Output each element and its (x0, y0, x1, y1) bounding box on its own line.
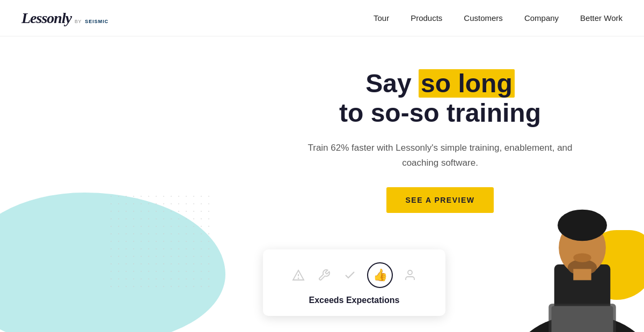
person-figure (526, 171, 644, 332)
logo-by: by (75, 19, 82, 24)
svg-rect-12 (552, 306, 613, 332)
logo-brand: Lessonly (21, 10, 71, 27)
nav-tour[interactable]: Tour (374, 13, 389, 23)
nav-customers[interactable]: Customers (464, 13, 503, 23)
rating-icon-warning (290, 267, 307, 284)
rating-icon-person (401, 267, 419, 284)
rating-card: 👍 Exceeds Expectations (263, 249, 445, 316)
logo-partner: SEISMIC (85, 19, 108, 24)
headline-prefix: Say (365, 69, 419, 98)
rating-icon-wrench (316, 267, 333, 284)
main-content: Say so long to so-so training Train 62% … (0, 36, 644, 332)
svg-point-7 (558, 210, 607, 241)
rating-icon-thumbsup-active: 👍 (367, 262, 393, 288)
rating-icons-row: 👍 (274, 262, 435, 288)
svg-point-3 (408, 270, 412, 275)
main-nav: Tour Products Customers Company Better W… (374, 13, 623, 23)
nav-company[interactable]: Company (524, 13, 559, 23)
nav-products[interactable]: Products (411, 13, 442, 23)
svg-point-2 (298, 278, 299, 279)
logo: Lessonly by SEISMIC (21, 10, 108, 27)
headline-suffix: to so-so training (339, 99, 541, 127)
dot-pattern-decoration (107, 193, 215, 289)
hero-headline: Say so long to so-so training (301, 69, 580, 128)
hero-subtext: Train 62% faster with Lessonly's simple … (301, 141, 580, 169)
rating-label: Exceeds Expectations (274, 296, 435, 305)
svg-point-10 (573, 254, 591, 263)
svg-rect-9 (573, 269, 591, 281)
rating-icon-check (341, 267, 358, 284)
cta-button[interactable]: SEE A PREVIEW (386, 187, 494, 213)
site-header: Lessonly by SEISMIC Tour Products Custom… (0, 0, 644, 36)
headline-highlight: so long (419, 69, 515, 98)
person-svg (526, 171, 644, 332)
thumbsup-symbol: 👍 (373, 268, 387, 282)
nav-better-work[interactable]: Better Work (580, 13, 623, 23)
